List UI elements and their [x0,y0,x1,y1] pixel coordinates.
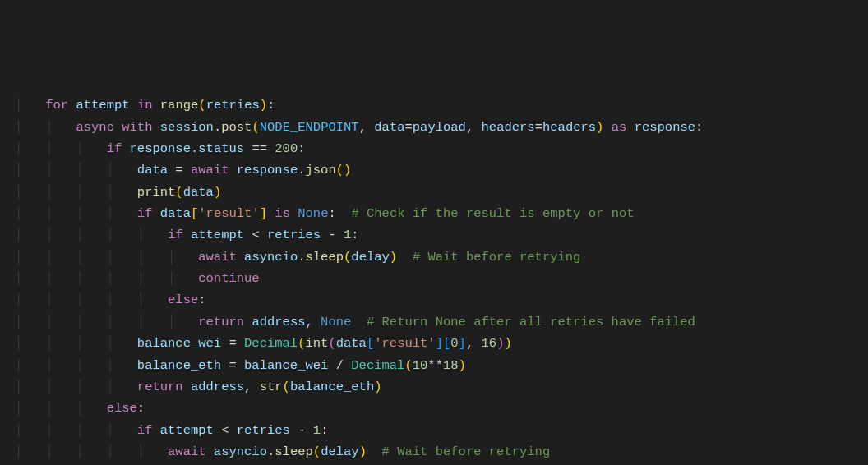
token-var: data [183,185,214,200]
token-op: = [221,336,244,351]
token-kw: if [168,228,183,242]
token-op: , [359,120,375,135]
token-op: : [321,423,328,438]
code-line[interactable]: │ for attempt in range(retries): [15,94,868,116]
token-cmt: # Wait before retrying [382,444,551,459]
token-op: = [221,358,244,373]
code-line[interactable]: │ │ │ │ │ │ return address, None # Retur… [15,311,868,333]
indent-guide: │ │ │ │ [15,163,137,177]
token-var: delay [351,250,390,265]
token-paren: ( [198,98,205,113]
token-paren: ) [459,358,466,373]
code-line[interactable]: │ │ │ else: [15,398,868,419]
token-kw: is [275,206,290,221]
token-var: delay [321,444,359,459]
token-op [183,228,191,242]
token-op [152,120,159,135]
token-paren: ) [260,98,267,113]
indent-guide: │ │ │ │ │ [15,228,168,242]
indent-guide: │ │ │ │ [15,358,137,373]
token-var: headers [542,120,596,135]
token-paren: ( [175,185,182,200]
token-paren: ( [283,380,290,394]
indent-guide: │ │ │ [15,401,107,416]
code-line[interactable]: │ │ │ │ │ if attempt < retries - 1: [15,224,868,246]
token-str: 'result' [198,206,259,221]
token-kw: for [45,98,68,113]
code-line[interactable]: │ │ │ │ │ │ await asyncio.sleep(delay) #… [15,246,868,268]
token-op: . [267,444,275,459]
token-var: data [336,336,367,351]
code-line[interactable]: │ │ │ │ │ else: [15,289,868,311]
token-kw: else [168,292,198,307]
token-op: < [214,423,237,438]
token-op [367,444,382,459]
token-paren: ( [404,358,412,373]
token-op: ** [427,358,443,373]
token-op [351,315,367,329]
token-kw: if [137,423,153,438]
token-num: 18 [443,358,459,373]
token-var: attempt [191,228,244,242]
token-op: . [191,141,198,156]
token-paren: ) [359,444,367,459]
token-paren: ( [252,120,259,135]
token-kw: return [137,380,183,394]
token-kw: await [198,250,237,265]
token-str: 'result' [374,336,435,351]
token-op [237,250,244,265]
token-fn: sleep [275,444,313,459]
token-var: asyncio [244,250,298,265]
token-paren3: ] [436,336,443,351]
token-var: data [137,163,168,177]
token-op: : [198,292,205,307]
token-op [626,120,634,135]
indent-guide: │ │ │ │ [15,206,137,221]
token-op: = [168,163,191,177]
token-num: 10 [413,358,428,373]
token-op: : [328,206,351,221]
token-num: 0 [450,336,458,351]
code-line[interactable]: │ │ │ │ data = await response.json() [15,159,868,181]
token-op: = [535,120,542,135]
token-kw: return [198,315,244,329]
token-paren: ( [298,336,305,351]
token-op [114,120,122,135]
token-fn: json [306,163,336,177]
token-paren: ( [313,444,321,459]
token-op [183,380,191,394]
token-op: - [321,228,344,242]
token-paren: ) [374,380,381,394]
token-num: 1 [344,228,351,242]
code-line[interactable]: │ │ │ │ │ │ continue [15,268,868,289]
token-kw: continue [198,271,259,286]
code-line[interactable]: │ │ │ │ return address, str(balance_eth) [15,376,868,398]
code-line[interactable]: │ │ │ │ if attempt < retries - 1: [15,420,868,441]
token-var: headers [482,120,535,135]
indent-guide: │ │ │ [15,141,107,156]
token-var: balance_wei [244,358,328,373]
token-op [152,98,159,113]
code-line[interactable]: │ │ │ │ print(data) [15,182,868,203]
code-editor[interactable]: │ for attempt in range(retries):│ │ asyn… [0,94,868,465]
token-kw: async [76,120,114,135]
token-fn: sleep [306,250,344,265]
token-cmt: # Wait before retrying [413,250,581,265]
token-fn: post [221,120,252,135]
indent-guide: │ │ │ │ [15,423,137,438]
token-fn: int [306,336,329,351]
token-num: 16 [482,336,497,351]
token-op: : [267,98,275,113]
indent-guide: │ │ │ │ │ [15,444,168,459]
token-cmt: # Check if the result is empty or not [351,206,634,221]
code-line[interactable]: │ │ │ if response.status == 200: [15,138,868,159]
code-line[interactable]: │ │ │ │ if data['result'] is None: # Che… [15,203,868,224]
token-cls: Decimal [244,336,298,351]
code-line[interactable]: │ │ │ │ balance_wei = Decimal(int(data['… [15,333,868,354]
code-line[interactable]: │ │ │ │ balance_eth = balance_wei / Deci… [15,355,868,376]
code-line[interactable]: │ │ │ │ │ await asyncio.sleep(delay) # W… [15,441,868,463]
token-op: , [306,315,321,329]
token-paren2: ( [328,336,335,351]
code-line[interactable]: │ │ async with session.post(NODE_ENDPOIN… [15,117,868,138]
token-cls: Decimal [351,358,404,373]
